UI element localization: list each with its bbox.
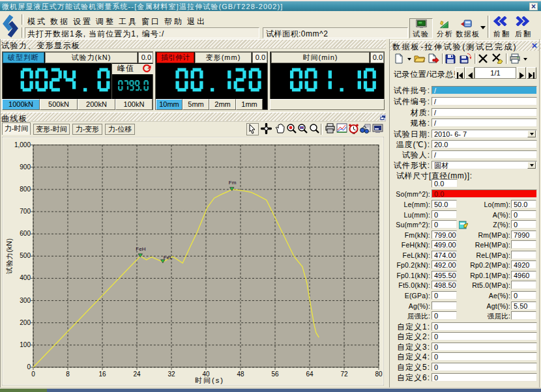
- svg-text:8: 8: [66, 371, 70, 378]
- svg-text:80: 80: [375, 371, 383, 378]
- svg-text:32: 32: [168, 371, 175, 378]
- svg-text:700: 700: [20, 208, 31, 215]
- svg-text:16: 16: [98, 371, 106, 378]
- svg-text:900: 900: [20, 163, 31, 171]
- svg-text:试验力(kN): 试验力(kN): [5, 238, 13, 275]
- svg-text:FeL: FeL: [164, 255, 173, 260]
- svg-text:1,000: 1,000: [14, 141, 31, 148]
- svg-text:24: 24: [133, 371, 141, 378]
- svg-text:FeH: FeH: [136, 246, 145, 252]
- svg-text:800: 800: [20, 186, 31, 193]
- svg-text:100: 100: [20, 341, 31, 348]
- svg-text:400: 400: [20, 274, 31, 281]
- svg-text:64: 64: [306, 371, 314, 378]
- svg-text:时间(s): 时间(s): [195, 376, 224, 384]
- svg-text:0: 0: [27, 363, 31, 371]
- svg-text:Fm: Fm: [229, 180, 237, 186]
- svg-text:0: 0: [31, 371, 35, 378]
- svg-text:500: 500: [20, 252, 31, 259]
- svg-text:72: 72: [340, 371, 348, 378]
- svg-text:300: 300: [20, 297, 31, 304]
- svg-text:48: 48: [237, 371, 244, 378]
- svg-text:600: 600: [20, 230, 31, 237]
- svg-text:56: 56: [271, 371, 279, 378]
- svg-text:200: 200: [20, 319, 31, 326]
